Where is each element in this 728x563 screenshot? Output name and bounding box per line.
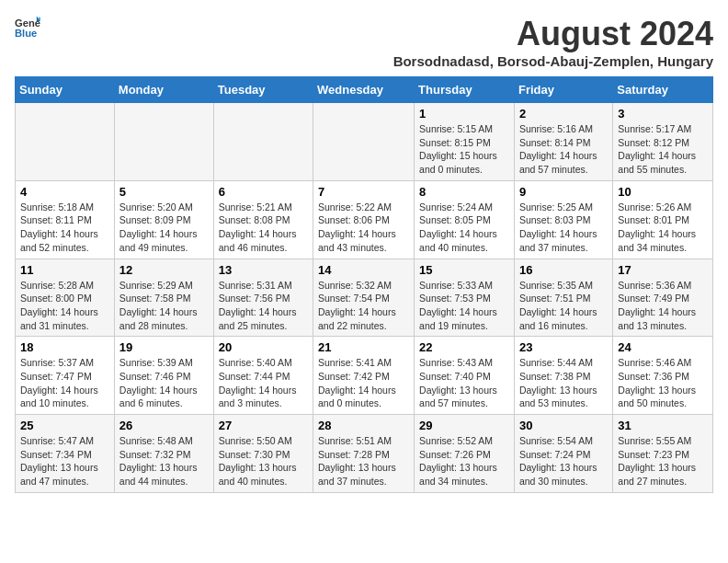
col-header-friday: Friday bbox=[514, 77, 612, 103]
day-number: 21 bbox=[318, 340, 409, 354]
day-number: 19 bbox=[119, 340, 209, 354]
day-info: Sunrise: 5:29 AM Sunset: 7:58 PM Dayligh… bbox=[119, 279, 209, 333]
day-number: 5 bbox=[119, 185, 209, 199]
week-row-1: 1Sunrise: 5:15 AM Sunset: 8:15 PM Daylig… bbox=[16, 103, 713, 181]
day-number: 7 bbox=[318, 185, 409, 199]
day-info: Sunrise: 5:48 AM Sunset: 7:32 PM Dayligh… bbox=[119, 434, 209, 488]
day-info: Sunrise: 5:18 AM Sunset: 8:11 PM Dayligh… bbox=[20, 201, 109, 255]
day-cell-30: 30Sunrise: 5:54 AM Sunset: 7:24 PM Dayli… bbox=[514, 415, 612, 493]
day-cell-14: 14Sunrise: 5:32 AM Sunset: 7:54 PM Dayli… bbox=[313, 259, 415, 337]
day-number: 9 bbox=[519, 185, 608, 199]
day-cell-15: 15Sunrise: 5:33 AM Sunset: 7:53 PM Dayli… bbox=[415, 259, 515, 337]
day-cell-3: 3Sunrise: 5:17 AM Sunset: 8:12 PM Daylig… bbox=[613, 103, 713, 181]
day-info: Sunrise: 5:50 AM Sunset: 7:30 PM Dayligh… bbox=[219, 434, 308, 488]
day-cell-16: 16Sunrise: 5:35 AM Sunset: 7:51 PM Dayli… bbox=[514, 259, 612, 337]
header-row: SundayMondayTuesdayWednesdayThursdayFrid… bbox=[16, 77, 713, 103]
day-info: Sunrise: 5:55 AM Sunset: 7:23 PM Dayligh… bbox=[618, 434, 708, 488]
day-number: 2 bbox=[519, 107, 608, 121]
day-cell-24: 24Sunrise: 5:46 AM Sunset: 7:36 PM Dayli… bbox=[613, 337, 713, 415]
day-cell-20: 20Sunrise: 5:40 AM Sunset: 7:44 PM Dayli… bbox=[213, 337, 313, 415]
day-info: Sunrise: 5:20 AM Sunset: 8:09 PM Dayligh… bbox=[119, 201, 209, 255]
day-number: 4 bbox=[20, 185, 109, 199]
day-cell-empty-0-3 bbox=[313, 103, 415, 181]
day-cell-17: 17Sunrise: 5:36 AM Sunset: 7:49 PM Dayli… bbox=[613, 259, 713, 337]
day-number: 8 bbox=[419, 185, 509, 199]
day-number: 20 bbox=[219, 340, 308, 354]
col-header-tuesday: Tuesday bbox=[213, 77, 313, 103]
day-info: Sunrise: 5:26 AM Sunset: 8:01 PM Dayligh… bbox=[618, 201, 708, 255]
week-row-5: 25Sunrise: 5:47 AM Sunset: 7:34 PM Dayli… bbox=[16, 415, 713, 493]
day-number: 6 bbox=[219, 185, 308, 199]
day-number: 14 bbox=[318, 263, 409, 277]
week-row-3: 11Sunrise: 5:28 AM Sunset: 8:00 PM Dayli… bbox=[16, 259, 713, 337]
main-title: August 2024 bbox=[393, 15, 713, 53]
day-number: 30 bbox=[519, 419, 608, 432]
day-number: 1 bbox=[419, 107, 509, 121]
day-cell-28: 28Sunrise: 5:51 AM Sunset: 7:28 PM Dayli… bbox=[313, 415, 415, 493]
day-cell-13: 13Sunrise: 5:31 AM Sunset: 7:56 PM Dayli… bbox=[213, 259, 313, 337]
day-cell-1: 1Sunrise: 5:15 AM Sunset: 8:15 PM Daylig… bbox=[415, 103, 515, 181]
day-info: Sunrise: 5:21 AM Sunset: 8:08 PM Dayligh… bbox=[219, 201, 308, 255]
day-info: Sunrise: 5:37 AM Sunset: 7:47 PM Dayligh… bbox=[20, 356, 109, 410]
day-info: Sunrise: 5:44 AM Sunset: 7:38 PM Dayligh… bbox=[519, 356, 608, 410]
day-number: 17 bbox=[618, 263, 708, 277]
day-info: Sunrise: 5:24 AM Sunset: 8:05 PM Dayligh… bbox=[419, 201, 509, 255]
day-cell-21: 21Sunrise: 5:41 AM Sunset: 7:42 PM Dayli… bbox=[313, 337, 415, 415]
day-number: 29 bbox=[419, 419, 509, 432]
day-number: 11 bbox=[20, 263, 109, 277]
day-info: Sunrise: 5:25 AM Sunset: 8:03 PM Dayligh… bbox=[519, 201, 608, 255]
day-number: 22 bbox=[419, 340, 509, 354]
day-number: 13 bbox=[219, 263, 308, 277]
day-number: 15 bbox=[419, 263, 509, 277]
day-cell-empty-0-0 bbox=[16, 103, 115, 181]
day-cell-29: 29Sunrise: 5:52 AM Sunset: 7:26 PM Dayli… bbox=[415, 415, 515, 493]
day-number: 27 bbox=[219, 419, 308, 432]
day-number: 31 bbox=[618, 419, 708, 432]
col-header-sunday: Sunday bbox=[16, 77, 115, 103]
day-number: 23 bbox=[519, 340, 608, 354]
day-cell-25: 25Sunrise: 5:47 AM Sunset: 7:34 PM Dayli… bbox=[16, 415, 115, 493]
day-info: Sunrise: 5:54 AM Sunset: 7:24 PM Dayligh… bbox=[519, 434, 608, 488]
day-cell-11: 11Sunrise: 5:28 AM Sunset: 8:00 PM Dayli… bbox=[16, 259, 115, 337]
day-info: Sunrise: 5:22 AM Sunset: 8:06 PM Dayligh… bbox=[318, 201, 409, 255]
svg-text:Blue: Blue bbox=[15, 28, 37, 39]
col-header-wednesday: Wednesday bbox=[313, 77, 415, 103]
week-row-2: 4Sunrise: 5:18 AM Sunset: 8:11 PM Daylig… bbox=[16, 180, 713, 259]
day-number: 3 bbox=[618, 107, 708, 121]
day-info: Sunrise: 5:51 AM Sunset: 7:28 PM Dayligh… bbox=[318, 434, 409, 488]
day-info: Sunrise: 5:36 AM Sunset: 7:49 PM Dayligh… bbox=[618, 279, 708, 333]
day-info: Sunrise: 5:28 AM Sunset: 8:00 PM Dayligh… bbox=[20, 279, 109, 333]
day-info: Sunrise: 5:32 AM Sunset: 7:54 PM Dayligh… bbox=[318, 279, 409, 333]
day-number: 12 bbox=[119, 263, 209, 277]
day-info: Sunrise: 5:47 AM Sunset: 7:34 PM Dayligh… bbox=[20, 434, 109, 488]
subtitle: Borsodnadasd, Borsod-Abauj-Zemplen, Hung… bbox=[393, 53, 713, 69]
day-cell-18: 18Sunrise: 5:37 AM Sunset: 7:47 PM Dayli… bbox=[16, 337, 115, 415]
title-section: August 2024 Borsodnadasd, Borsod-Abauj-Z… bbox=[393, 15, 713, 69]
day-cell-5: 5Sunrise: 5:20 AM Sunset: 8:09 PM Daylig… bbox=[114, 180, 213, 259]
day-info: Sunrise: 5:43 AM Sunset: 7:40 PM Dayligh… bbox=[419, 356, 509, 410]
calendar-table: SundayMondayTuesdayWednesdayThursdayFrid… bbox=[15, 76, 713, 493]
day-info: Sunrise: 5:35 AM Sunset: 7:51 PM Dayligh… bbox=[519, 279, 608, 333]
logo: General Blue bbox=[15, 15, 40, 40]
day-cell-7: 7Sunrise: 5:22 AM Sunset: 8:06 PM Daylig… bbox=[313, 180, 415, 259]
day-cell-26: 26Sunrise: 5:48 AM Sunset: 7:32 PM Dayli… bbox=[114, 415, 213, 493]
day-info: Sunrise: 5:31 AM Sunset: 7:56 PM Dayligh… bbox=[219, 279, 308, 333]
day-number: 10 bbox=[618, 185, 708, 199]
page-header: General Blue August 2024 Borsodnadasd, B… bbox=[15, 15, 713, 69]
day-number: 28 bbox=[318, 419, 409, 432]
day-cell-empty-0-2 bbox=[213, 103, 313, 181]
logo-icon: General Blue bbox=[15, 15, 40, 40]
day-cell-27: 27Sunrise: 5:50 AM Sunset: 7:30 PM Dayli… bbox=[213, 415, 313, 493]
day-cell-6: 6Sunrise: 5:21 AM Sunset: 8:08 PM Daylig… bbox=[213, 180, 313, 259]
day-number: 26 bbox=[119, 419, 209, 432]
day-number: 18 bbox=[20, 340, 109, 354]
day-info: Sunrise: 5:15 AM Sunset: 8:15 PM Dayligh… bbox=[419, 122, 509, 177]
day-number: 16 bbox=[519, 263, 608, 277]
day-cell-4: 4Sunrise: 5:18 AM Sunset: 8:11 PM Daylig… bbox=[16, 180, 115, 259]
day-cell-9: 9Sunrise: 5:25 AM Sunset: 8:03 PM Daylig… bbox=[514, 180, 612, 259]
day-cell-31: 31Sunrise: 5:55 AM Sunset: 7:23 PM Dayli… bbox=[613, 415, 713, 493]
day-info: Sunrise: 5:41 AM Sunset: 7:42 PM Dayligh… bbox=[318, 356, 409, 410]
day-cell-12: 12Sunrise: 5:29 AM Sunset: 7:58 PM Dayli… bbox=[114, 259, 213, 337]
week-row-4: 18Sunrise: 5:37 AM Sunset: 7:47 PM Dayli… bbox=[16, 337, 713, 415]
day-cell-19: 19Sunrise: 5:39 AM Sunset: 7:46 PM Dayli… bbox=[114, 337, 213, 415]
